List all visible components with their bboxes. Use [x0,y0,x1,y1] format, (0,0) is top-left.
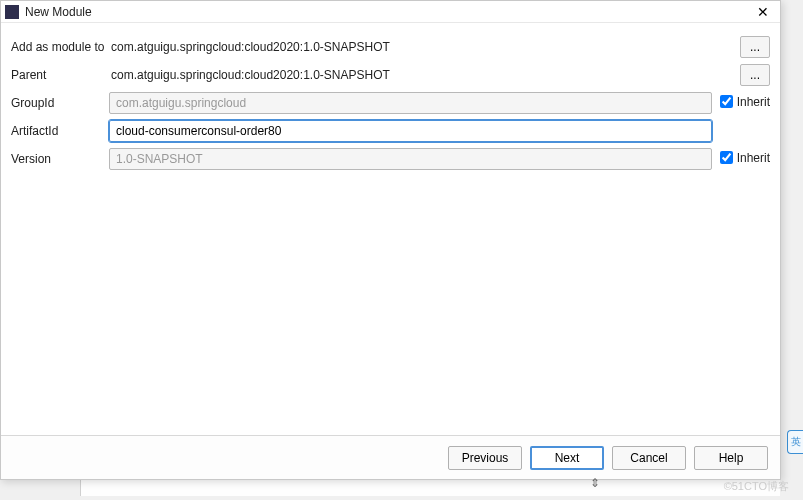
version-inherit-checkbox[interactable] [720,151,733,164]
cancel-button[interactable]: Cancel [612,446,686,470]
window-title: New Module [25,5,750,19]
title-bar: New Module ✕ [1,1,780,23]
parent-label: Parent [11,63,109,87]
dialog-content: Add as module to com.atguigu.springcloud… [1,23,780,435]
version-inherit-label: Inherit [737,151,770,165]
parent-value: com.atguigu.springcloud:cloud2020:1.0-SN… [109,68,390,82]
version-input [109,148,712,170]
previous-button[interactable]: Previous [448,446,522,470]
version-label: Version [11,147,109,171]
app-icon [5,5,19,19]
groupid-inherit-label: Inherit [737,95,770,109]
add-as-module-browse-button[interactable]: ... [740,36,770,58]
background-panel [80,478,780,496]
parent-browse-button[interactable]: ... [740,64,770,86]
next-button[interactable]: Next [530,446,604,470]
add-as-module-label: Add as module to [11,35,109,59]
groupid-input [109,92,712,114]
close-button[interactable]: ✕ [750,2,776,22]
groupid-inherit-wrap[interactable]: Inherit [720,95,770,109]
groupid-inherit-checkbox[interactable] [720,95,733,108]
artifactid-input[interactable] [109,120,712,142]
new-module-dialog: New Module ✕ Add as module to com.atguig… [0,0,781,480]
artifactid-label: ArtifactId [11,119,109,143]
side-widget-ime[interactable]: 英 [787,430,803,454]
help-button[interactable]: Help [694,446,768,470]
add-as-module-value: com.atguigu.springcloud:cloud2020:1.0-SN… [109,40,390,54]
groupid-label: GroupId [11,91,109,115]
button-bar: Previous Next Cancel Help [1,435,780,479]
form-table: Add as module to com.atguigu.springcloud… [11,31,770,175]
version-inherit-wrap[interactable]: Inherit [720,151,770,165]
